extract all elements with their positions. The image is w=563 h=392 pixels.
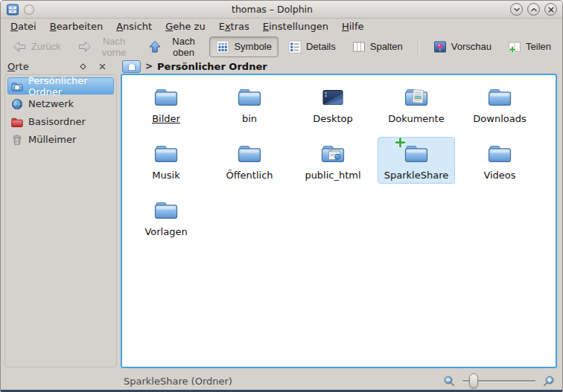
file-cell: bin [229,80,270,127]
titlebar[interactable]: thomas – Dolphin [1,1,562,19]
toolbar-button-label: Spalten [370,41,403,52]
file-label: SparkleShare [384,170,448,181]
file-cell: Öffentlich [219,137,279,184]
folder-documents-icon [403,84,430,111]
folder-icon [153,197,179,224]
window-menu-button[interactable] [24,4,34,15]
sidebar-item-label: Basisordner [28,116,86,127]
chevron-up-icon [530,6,538,13]
network-icon [11,98,23,110]
file-cell: Desktop [306,80,360,127]
menu-hilfe[interactable]: Hilfe [335,19,371,33]
statusbar-text: SparkleShare (Ordner) [124,376,232,387]
file-vorlagen[interactable]: Vorlagen [124,193,208,250]
menu-einstellungen[interactable]: Einstellungen [256,19,335,33]
folder-view[interactable]: BilderbinDesktopDokumenteDownloadsMusikÖ… [121,74,557,368]
zoom-out-button[interactable] [443,375,456,388]
file-cell: Bilder [145,80,187,127]
file-bilder[interactable]: Bilder [124,80,208,137]
file-label: Bilder [152,113,180,124]
window-controls [510,3,557,16]
panel-close-button[interactable] [98,62,106,71]
zoom-controls [443,373,555,388]
sidebar-item-label: Mülleimer [28,134,76,145]
maximize-button[interactable] [527,3,540,16]
file-cell: Downloads [466,80,532,127]
file-label: Öffentlich [226,170,273,181]
file-label: public_html [305,170,360,181]
folder-html-icon [319,141,346,167]
sidebar-item-m-lleimer[interactable]: Mülleimer [7,131,114,148]
places-panel: Orte Persönlicher OrdnerNetzwerkBasisord… [1,59,120,372]
places-panel-title: Orte [7,61,29,72]
zoom-slider[interactable] [462,373,535,388]
root-folder-icon [11,116,23,128]
file-label: Desktop [313,113,353,124]
toolbar-teilen-button[interactable]: Teilen [501,36,558,57]
menu-extras[interactable]: Extras [212,19,256,33]
file-cell: public_html [298,137,367,184]
file-public-html[interactable]: public_html [291,137,375,193]
toolbar-details-button[interactable]: Details [282,36,343,57]
new-item-emblem-icon [395,137,406,148]
arrow-up-icon [147,39,162,54]
folder-icon [236,84,263,111]
window-title: thomas – Dolphin [34,4,510,15]
file-desktop[interactable]: Desktop [291,80,375,137]
sidebar-item-netzwerk[interactable]: Netzwerk [7,95,114,112]
sidebar-item-pers-nlicher-ordner[interactable]: Persönlicher Ordner [7,77,114,94]
folder-icon [153,84,179,111]
file-label: Vorlagen [144,226,187,237]
file-cell: Videos [477,137,522,184]
toolbar-vorschau-button[interactable]: Vorschau [427,36,498,57]
file-cell: SparkleShare [378,137,455,184]
file-label: Musik [152,170,179,181]
toolbar-button-label: Teilen [526,41,551,52]
toolbar-zur-ck-button[interactable]: Zurück [5,36,68,58]
user-home-icon [11,80,23,92]
toolbar-spalten-button[interactable]: Spalten [346,36,410,57]
zoom-slider-handle[interactable] [469,373,478,388]
home-icon [127,62,137,71]
columns-view-icon [352,40,366,54]
toolbar-button-label: Nach oben [167,36,200,58]
folder-icon [236,141,263,167]
toolbar-button-label: Details [306,41,336,52]
file-musik[interactable]: Musik [124,137,208,193]
toolbar-button-label: Zurück [31,41,61,52]
file-sparkleshare[interactable]: SparkleShare [375,137,458,193]
dolphin-app-icon[interactable] [6,3,19,16]
file-dokumente[interactable]: Dokumente [375,80,458,137]
toolbar-nach-oben-button[interactable]: Nach oben [141,32,206,62]
breadcrumb-home-button[interactable] [122,60,141,73]
file-bin[interactable]: bin [208,80,291,137]
desktop-icon [319,84,346,111]
icons-view-icon [216,40,229,54]
folder-icon [486,84,513,111]
sidebar-item-basisordner[interactable]: Basisordner [7,113,114,130]
statusbar: SparkleShare (Ordner) [1,372,562,390]
dolphin-window: thomas – Dolphin DateiBearbeitenAnsichtG… [0,0,563,392]
chevron-down-icon [513,6,521,13]
file-label: Dokumente [388,113,444,124]
breadcrumb-current[interactable]: Persönlicher Ordner [157,61,267,72]
file-ffentlich[interactable]: Öffentlich [208,137,291,193]
file-videos[interactable]: Videos [458,137,541,193]
toolbar-button-label: Nach vorne [97,36,132,58]
panel-float-button[interactable] [79,62,87,71]
folder-view-column: > Persönlicher Ordner BilderbinDesktopDo… [120,59,562,372]
minimize-button[interactable] [510,3,523,16]
menu-datei[interactable]: Datei [4,19,43,33]
breadcrumb-separator: > [145,61,153,71]
file-cell: Dokumente [381,80,451,127]
toolbar-button-label: Symbole [234,41,272,52]
places-list: Persönlicher OrdnerNetzwerkBasisordnerMü… [4,74,117,367]
arrow-right-icon [77,39,92,54]
close-button[interactable] [544,3,557,16]
zoom-in-button[interactable] [542,375,555,388]
file-downloads[interactable]: Downloads [458,80,541,137]
toolbar-symbole-button[interactable]: Symbole [209,36,279,57]
toolbar-nach-vorne-button[interactable]: Nach vorne [71,32,139,62]
sidebar-item-label: Netzwerk [28,98,74,109]
cross-icon [547,6,555,13]
